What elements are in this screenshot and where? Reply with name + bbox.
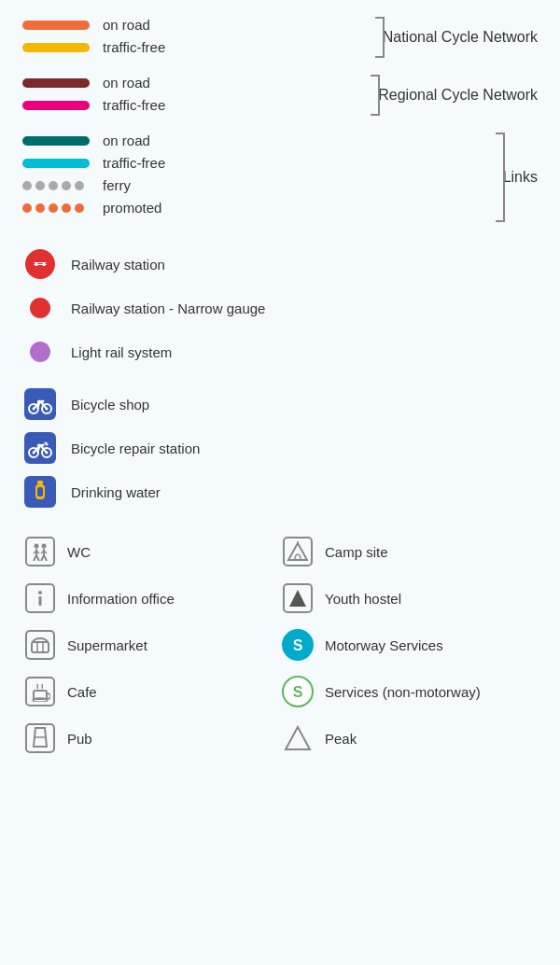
links-label: Links <box>503 169 538 186</box>
light-rail-row: Light rail system <box>22 334 538 370</box>
svg-point-30 <box>38 591 42 594</box>
drinking-water-row: Drinking water <box>22 474 538 510</box>
links-on-road-line <box>22 136 90 146</box>
national-traffic-free-label: traffic-free <box>103 39 165 55</box>
svg-point-16 <box>35 544 39 549</box>
links-traffic-free-row: traffic-free <box>22 155 486 171</box>
supermarket-icon-cell <box>22 627 58 663</box>
svg-marker-41 <box>286 727 310 749</box>
regional-on-road-line <box>22 78 90 88</box>
regional-on-road-row: on road <box>22 75 361 91</box>
info-office-icon-cell <box>22 580 58 616</box>
bicycle-repair-icon-cell <box>22 430 58 466</box>
light-rail-icon-cell <box>22 334 58 370</box>
regional-cycle-section: on road traffic-free Regional Cycle Netw… <box>22 75 538 116</box>
bicycle-shop-row: Bicycle shop <box>22 386 538 422</box>
links-section: on road traffic-free ferry <box>22 133 538 222</box>
services-nonmotorway-icon-cell: S <box>280 674 315 709</box>
light-rail-icon <box>30 342 50 362</box>
links-promoted-row: promoted <box>22 200 486 216</box>
links-ferry-label: ferry <box>103 177 131 193</box>
legend-container: on road traffic-free National Cycle Netw… <box>0 0 560 965</box>
drinking-water-label: Drinking water <box>71 484 161 500</box>
cafe-icon <box>25 677 55 706</box>
regional-cycle-label: Regional Cycle Network <box>378 87 538 104</box>
peak-icon-cell <box>280 720 315 756</box>
light-rail-label: Light rail system <box>71 344 172 360</box>
railway-narrow-icon <box>30 298 50 318</box>
camp-site-item: Camp site <box>280 530 538 573</box>
peak-label: Peak <box>325 731 357 747</box>
svg-line-21 <box>36 555 39 561</box>
youth-hostel-item: Youth hostel <box>280 577 538 620</box>
links-on-road-label: on road <box>103 133 150 148</box>
supermarket-item: Supermarket <box>22 623 280 666</box>
promoted-dot <box>22 203 32 213</box>
svg-marker-28 <box>288 543 307 560</box>
railway-narrow-row: Railway station - Narrow gauge <box>22 290 538 326</box>
national-cycle-label: National Cycle Network <box>383 29 538 46</box>
regional-traffic-free-label: traffic-free <box>103 97 165 113</box>
facilities-grid: WC Camp site <box>22 530 538 760</box>
links-ferry-dots <box>22 181 90 190</box>
camp-site-icon <box>283 537 313 566</box>
pub-icon <box>25 723 55 753</box>
national-traffic-free-line <box>22 43 90 52</box>
wc-label: WC <box>67 544 91 560</box>
regional-traffic-free-row: traffic-free <box>22 97 361 113</box>
pub-item: Pub <box>22 717 280 760</box>
cafe-item: Cafe <box>22 670 280 713</box>
youth-hostel-label: Youth hostel <box>325 591 401 607</box>
links-on-road-row: on road <box>22 133 486 148</box>
railway-station-row: Railway station <box>22 246 538 282</box>
regional-traffic-free-line <box>22 101 90 110</box>
railway-narrow-label: Railway station - Narrow gauge <box>71 301 265 316</box>
motorway-services-item: S Motorway Services <box>280 623 538 666</box>
info-office-item: Information office <box>22 577 280 620</box>
bicycle-shop-icon-cell <box>22 386 58 422</box>
bicycle-repair-icon <box>24 432 56 464</box>
bicycle-shop-label: Bicycle shop <box>71 397 149 413</box>
national-on-road-label: on road <box>103 17 150 33</box>
camp-site-label: Camp site <box>325 544 388 560</box>
peak-item: Peak <box>280 717 538 760</box>
svg-rect-31 <box>39 596 42 606</box>
peak-icon <box>282 722 314 754</box>
svg-point-12 <box>42 444 45 447</box>
svg-text:S: S <box>293 684 303 700</box>
railway-narrow-icon-cell <box>22 290 58 326</box>
links-traffic-free-line <box>22 159 90 168</box>
svg-point-17 <box>42 544 47 549</box>
info-office-label: Information office <box>67 591 175 607</box>
railway-station-icon <box>25 249 55 279</box>
motorway-services-label: Motorway Services <box>325 637 443 653</box>
svg-rect-33 <box>32 642 49 652</box>
wc-icon <box>25 537 55 566</box>
svg-rect-13 <box>37 481 43 484</box>
supermarket-label: Supermarket <box>67 637 147 653</box>
svg-marker-32 <box>289 590 306 607</box>
railway-station-label: Railway station <box>71 257 165 273</box>
regional-on-road-label: on road <box>103 75 150 91</box>
national-cycle-section: on road traffic-free National Cycle Netw… <box>22 17 538 58</box>
svg-point-7 <box>42 400 45 403</box>
services-nonmotorway-item: S Services (non-motorway) <box>280 670 538 713</box>
links-promoted-label: promoted <box>103 200 161 216</box>
motorway-services-icon-cell: S <box>280 627 315 663</box>
bicycle-shop-icon <box>24 388 56 420</box>
svg-text:S: S <box>293 637 303 653</box>
national-on-road-row: on road <box>22 17 366 33</box>
youth-hostel-icon <box>283 583 313 613</box>
drinking-water-icon-cell <box>22 474 58 510</box>
transport-section: Railway station Railway station - Narrow… <box>22 246 538 370</box>
youth-hostel-icon-cell <box>280 580 315 616</box>
pub-icon-cell <box>22 720 58 756</box>
supermarket-icon <box>25 630 55 660</box>
cafe-icon-cell <box>22 674 58 709</box>
services-nonmotorway-icon: S <box>282 676 314 707</box>
railway-station-icon-cell <box>22 246 58 282</box>
cycling-section: Bicycle shop <box>22 386 538 510</box>
links-traffic-free-label: traffic-free <box>103 155 165 171</box>
wc-icon-cell <box>22 534 58 569</box>
pub-label: Pub <box>67 731 92 747</box>
